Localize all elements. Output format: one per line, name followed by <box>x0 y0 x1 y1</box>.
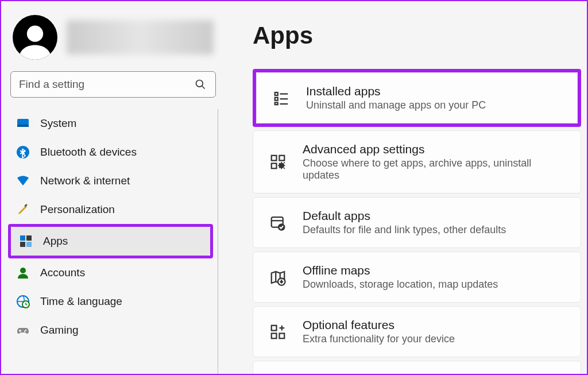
grid-gear-icon <box>268 152 288 172</box>
svg-rect-6 <box>24 204 28 207</box>
grid-plus-icon <box>268 322 288 342</box>
sidebar-item-gaming[interactable]: Gaming <box>8 316 213 345</box>
card-title: Installed apps <box>306 84 562 98</box>
page-title: Apps <box>253 22 581 49</box>
card-subtitle: Uninstall and manage apps on your PC <box>306 99 562 111</box>
card-subtitle: Extra functionality for your device <box>303 333 566 345</box>
svg-rect-32 <box>272 325 277 330</box>
system-icon <box>16 117 30 130</box>
card-title: Default apps <box>303 209 566 223</box>
sidebar-item-bluetooth[interactable]: Bluetooth & devices <box>8 138 213 167</box>
card-title: Optional features <box>303 318 566 332</box>
svg-rect-16 <box>275 92 278 95</box>
window-check-icon <box>268 213 288 233</box>
svg-rect-9 <box>20 242 25 247</box>
svg-rect-10 <box>26 242 32 247</box>
search-icon <box>194 78 207 91</box>
accounts-icon <box>16 266 30 280</box>
svg-rect-34 <box>280 333 285 338</box>
profile-name-blurred <box>67 20 214 55</box>
sidebar-item-time-language[interactable]: Time & language <box>8 287 213 316</box>
svg-rect-24 <box>272 164 277 169</box>
svg-rect-7 <box>20 235 25 241</box>
svg-point-1 <box>196 80 203 87</box>
nav-list: System Bluetooth & devices Network & int… <box>8 109 218 374</box>
card-subtitle: Defaults for file and link types, other … <box>303 224 566 236</box>
svg-rect-33 <box>272 333 277 338</box>
svg-point-0 <box>27 26 43 42</box>
sidebar-item-network[interactable]: Network & internet <box>8 167 213 195</box>
card-advanced-app-settings[interactable]: Advanced app settings Choose where to ge… <box>253 130 581 194</box>
wifi-icon <box>16 174 30 188</box>
map-download-icon <box>268 268 288 287</box>
avatar <box>13 15 57 60</box>
svg-rect-23 <box>280 156 285 161</box>
sidebar-item-label: Bluetooth & devices <box>40 146 137 158</box>
svg-rect-17 <box>275 97 278 100</box>
search-input-container[interactable] <box>10 71 216 98</box>
sidebar-item-accounts[interactable]: Accounts <box>8 258 213 287</box>
clock-globe-icon <box>16 295 30 308</box>
sidebar-item-label: Apps <box>43 235 68 248</box>
sidebar-item-personalization[interactable]: Personalization <box>8 195 213 224</box>
svg-point-14 <box>25 330 26 331</box>
svg-rect-18 <box>275 102 278 105</box>
card-optional-features[interactable]: Optional features Extra functionality fo… <box>253 306 581 357</box>
sidebar-item-apps[interactable]: Apps <box>11 227 210 256</box>
apps-icon <box>19 234 33 248</box>
card-subtitle: Choose where to get apps, archive apps, … <box>303 157 566 181</box>
card-title: Offline maps <box>303 264 566 277</box>
search-input[interactable] <box>19 78 194 91</box>
sidebar: System Bluetooth & devices Network & int… <box>1 1 225 374</box>
profile-section[interactable] <box>8 15 218 71</box>
card-offline-maps[interactable]: Offline maps Downloads, storage location… <box>253 252 581 303</box>
svg-line-2 <box>202 86 205 89</box>
card-partial[interactable] <box>253 361 581 374</box>
svg-point-15 <box>24 331 25 332</box>
gaming-icon <box>16 323 30 337</box>
sidebar-item-label: Gaming <box>40 324 79 337</box>
sidebar-item-label: Network & internet <box>40 175 130 187</box>
sidebar-item-label: System <box>40 117 76 130</box>
sidebar-item-label: Time & language <box>40 295 122 308</box>
bluetooth-icon <box>16 145 30 159</box>
svg-rect-8 <box>26 235 32 241</box>
card-installed-apps[interactable]: Installed apps Uninstall and manage apps… <box>256 72 578 123</box>
main-content: Apps Installed apps Uninstall and manage… <box>225 1 587 374</box>
sidebar-item-label: Personalization <box>40 203 115 216</box>
sidebar-item-label: Accounts <box>40 266 85 279</box>
card-title: Advanced app settings <box>303 142 566 156</box>
svg-point-11 <box>20 268 26 273</box>
svg-rect-22 <box>272 156 277 161</box>
paintbrush-icon <box>16 203 30 217</box>
card-subtitle: Downloads, storage location, map updates <box>303 279 566 291</box>
sidebar-item-system[interactable]: System <box>8 109 213 138</box>
list-icon <box>272 88 291 108</box>
card-default-apps[interactable]: Default apps Defaults for file and link … <box>253 197 581 248</box>
cards-list: Installed apps Uninstall and manage apps… <box>253 69 581 374</box>
svg-rect-4 <box>17 125 29 127</box>
